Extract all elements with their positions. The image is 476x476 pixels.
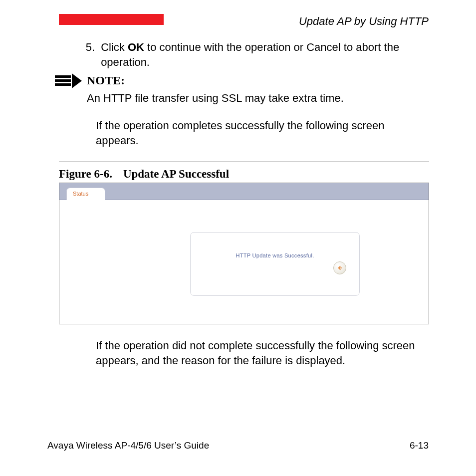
svg-rect-0: [55, 75, 71, 78]
step-text: Click OK to continue with the operation …: [101, 40, 425, 69]
note-arrow-icon: [55, 73, 84, 90]
success-intro-paragraph: If the operation completes successfully …: [96, 118, 425, 148]
back-button[interactable]: [333, 261, 346, 274]
step-number: 5.: [80, 40, 95, 55]
figure-caption: Figure 6-6.Update AP Successful: [59, 168, 229, 181]
document-page: Update AP by Using HTTP 5. Click OK to c…: [0, 0, 476, 476]
footer-guide-title: Avaya Wireless AP-4/5/6 User’s Guide: [47, 440, 209, 451]
header-section-title: Update AP by Using HTTP: [299, 15, 429, 28]
figure-rule: [59, 162, 429, 162]
back-arrow-icon: [337, 265, 343, 271]
panel-area: HTTP Update was Successful.: [59, 200, 429, 324]
embedded-screenshot: Status HTTP Update was Successful.: [59, 183, 429, 324]
svg-rect-1: [55, 79, 71, 82]
svg-rect-2: [55, 83, 71, 86]
step-text-bold: OK: [128, 41, 144, 53]
failure-paragraph: If the operation did not complete succes…: [96, 338, 430, 368]
note-label: NOTE:: [87, 74, 125, 87]
status-panel: HTTP Update was Successful.: [190, 232, 360, 296]
tab-status[interactable]: Status: [66, 188, 105, 200]
step-text-post: to continue with the operation or Cancel…: [101, 41, 399, 68]
note-body: An HTTP file transfer using SSL may take…: [87, 91, 426, 106]
tab-bar: Status: [59, 183, 429, 200]
figure-title: Update AP Successful: [123, 168, 229, 180]
figure-number: Figure 6-6.: [59, 168, 112, 180]
instruction-step: 5. Click OK to continue with the operati…: [80, 40, 429, 69]
svg-marker-3: [72, 73, 82, 88]
status-message: HTTP Update was Successful.: [191, 252, 359, 258]
step-text-pre: Click: [101, 41, 128, 53]
header-accent-bar: [59, 14, 164, 25]
footer-page-number: 6-13: [410, 440, 429, 451]
